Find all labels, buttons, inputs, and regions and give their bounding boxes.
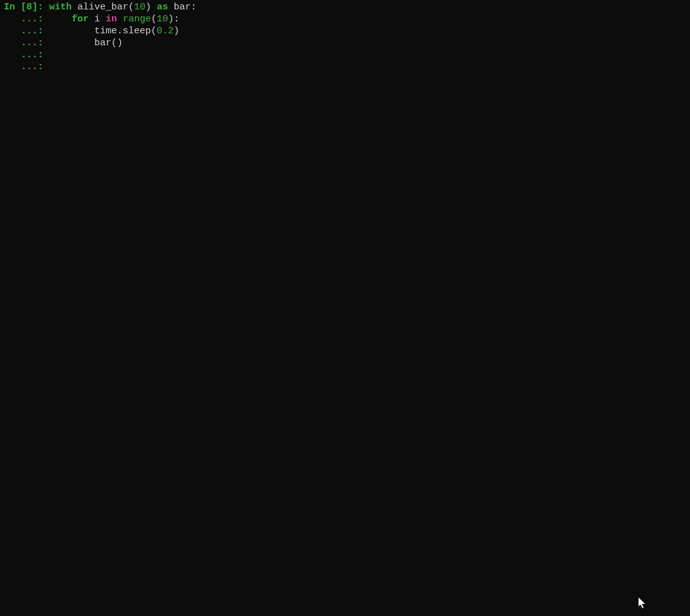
prompt-continuation: ...: xyxy=(4,14,49,25)
id-i: i xyxy=(94,14,100,25)
indent xyxy=(49,26,94,36)
dot: . xyxy=(117,26,123,36)
prompt-bracket-close: ]: xyxy=(32,2,49,13)
prompt-continuation: ...: xyxy=(4,26,49,36)
space xyxy=(117,14,123,25)
lparen: ( xyxy=(151,14,157,25)
keyword-for: for xyxy=(72,14,89,25)
code-line-6: ...: xyxy=(4,61,686,73)
code-line-3: ...: time.sleep(0.2) xyxy=(4,25,686,37)
prompt-continuation: ...: xyxy=(4,50,49,60)
id-bar: bar xyxy=(94,38,111,48)
space xyxy=(168,2,174,13)
terminal-area[interactable]: In [8]: with alive_bar(10) as bar: ...: … xyxy=(0,0,690,74)
space xyxy=(89,14,94,25)
space xyxy=(100,14,106,25)
id-time: time xyxy=(94,26,117,36)
keyword-as: as xyxy=(157,2,168,13)
colon: : xyxy=(191,2,196,13)
code-line-4: ...: bar() xyxy=(4,37,686,49)
fn-range: range xyxy=(123,14,151,25)
code-line-5: ...: xyxy=(4,49,686,61)
rparen: ) xyxy=(145,2,151,13)
code-line-2: ...: for i in range(10): xyxy=(4,13,686,25)
number-10: 10 xyxy=(157,14,168,25)
space xyxy=(151,2,157,13)
id-bar: bar xyxy=(174,2,191,13)
code-line-1: In [8]: with alive_bar(10) as bar: xyxy=(4,1,686,13)
space xyxy=(72,2,77,13)
rparen-colon: ): xyxy=(168,14,179,25)
fn-alive-bar: alive_bar xyxy=(77,2,128,13)
keyword-with: with xyxy=(49,2,72,13)
indent xyxy=(49,14,72,25)
number-0-2: 0.2 xyxy=(157,26,174,36)
indent xyxy=(49,38,94,48)
mouse-cursor-icon xyxy=(638,597,647,610)
prompt-continuation: ...: xyxy=(4,62,49,72)
lparen: ( xyxy=(128,2,134,13)
keyword-in: in xyxy=(106,14,117,25)
id-sleep: sleep xyxy=(123,26,151,36)
parens: () xyxy=(111,38,123,48)
prompt-bracket-open: [ xyxy=(21,2,26,13)
prompt-in-label: In xyxy=(4,2,21,13)
number-10: 10 xyxy=(134,2,145,13)
prompt-continuation: ...: xyxy=(4,38,49,48)
prompt-index: 8 xyxy=(26,2,32,13)
lparen: ( xyxy=(151,26,157,36)
rparen: ) xyxy=(174,26,179,36)
